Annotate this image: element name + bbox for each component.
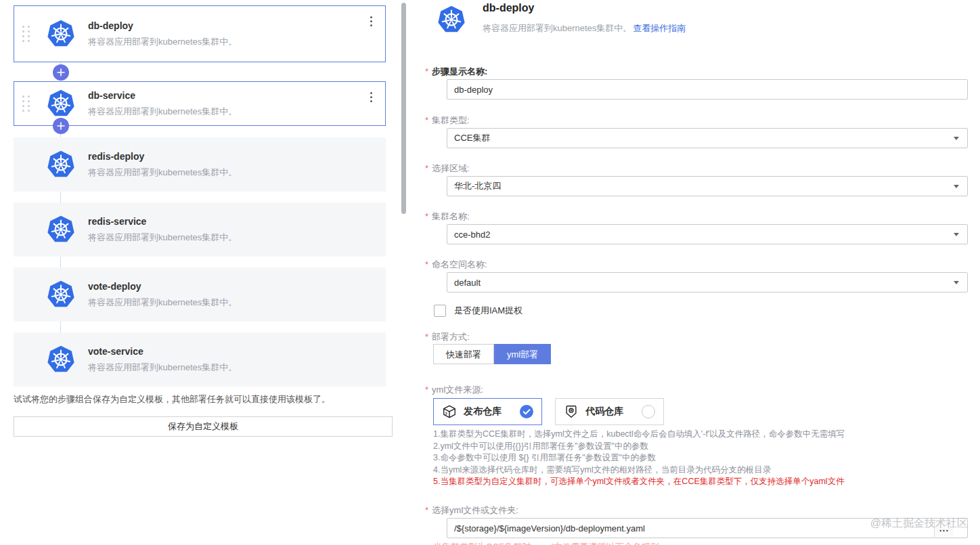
field-label: 步骤显示名称: (432, 66, 487, 77)
plus-icon (57, 68, 65, 77)
chevron-down-icon (954, 233, 959, 236)
chevron-down-icon (954, 281, 959, 284)
field-cluster-type: *集群类型: CCE集群 (425, 114, 960, 127)
source-option-label: 发布仓库 (464, 406, 520, 418)
field-namespace: *命名空间名称: default (425, 258, 960, 271)
field-deploy-mode: *部署方式: (425, 330, 960, 343)
step-config-description-text: 将容器应用部署到kubernetes集群中。 (483, 23, 631, 33)
iam-checkbox-label: 是否使用IAM提权 (454, 305, 522, 317)
step-title: redis-service (88, 216, 237, 227)
add-step-button[interactable] (53, 64, 69, 81)
left-panel-scrollbar[interactable] (401, 3, 406, 214)
pipeline-steps-panel: db-deploy 将容器应用部署到kubernetes集群中。 db-serv… (0, 0, 412, 545)
step-config-panel: db-deploy 将容器应用部署到kubernetes集群中。查看操作指南 *… (411, 0, 980, 545)
deploy-mode-quick-button[interactable]: 快速部署 (433, 344, 494, 364)
radio-unselected-icon[interactable] (642, 405, 655, 418)
step-card-redis-service[interactable]: redis-service 将容器应用部署到kubernetes集群中。 (14, 202, 386, 257)
save-as-template-button[interactable]: 保存为自定义模板 (14, 416, 393, 437)
deploy-mode-toggle: 快速部署 yml部署 (433, 344, 551, 364)
step-config-title: db-deploy (483, 2, 534, 14)
required-marker: * (425, 211, 428, 221)
required-marker: * (425, 66, 428, 77)
selected-check-icon (520, 405, 533, 418)
step-card-vote-deploy[interactable]: vote-deploy 将容器应用部署到kubernetes集群中。 (14, 267, 386, 322)
kebab-menu-icon[interactable] (368, 14, 374, 28)
field-cluster-name: *集群名称: cce-bhd2 (425, 210, 960, 223)
step-card-db-service[interactable]: db-service 将容器应用部署到kubernetes集群中。 (14, 81, 386, 126)
required-marker: * (425, 163, 428, 173)
note-line: 3.命令参数中可以使用 ${} 引用部署任务"参数设置"中的参数 (433, 452, 968, 464)
source-option-label: 代码仓库 (585, 406, 642, 418)
note-line: 4.当yml来源选择代码仓库时，需要填写yml文件的相对路径，当前目录为代码分支… (433, 464, 968, 477)
cluster-type-select[interactable]: CCE集群 (447, 128, 968, 148)
required-marker: * (425, 505, 428, 515)
step-card-redis-deploy[interactable]: redis-deploy 将容器应用部署到kubernetes集群中。 (14, 137, 386, 192)
package-box-icon (442, 404, 457, 419)
cluster-name-select[interactable]: cce-bhd2 (447, 224, 968, 244)
step-name-input[interactable] (447, 79, 968, 100)
field-step-name: *步骤显示名称: (425, 65, 960, 78)
kubernetes-icon (437, 5, 466, 35)
step-connector (60, 322, 61, 332)
kubernetes-icon (46, 19, 76, 49)
drag-handle-icon[interactable] (22, 95, 30, 112)
namespace-select[interactable]: default (447, 272, 968, 292)
step-title: vote-deploy (88, 281, 237, 292)
chevron-down-icon (954, 137, 959, 140)
drag-handle-icon[interactable] (22, 26, 30, 42)
note-line-warning: 5.当集群类型为自定义集群时，可选择单个yml文件或者文件夹，在CCE集群类型下… (433, 476, 968, 488)
step-description: 将容器应用部署到kubernetes集群中。 (88, 167, 237, 179)
kubernetes-icon (46, 280, 76, 309)
kubernetes-icon (46, 215, 76, 244)
plus-icon (57, 122, 65, 130)
selected-value: default (454, 278, 481, 288)
field-region: *选择区域: 华北-北京四 (425, 162, 960, 175)
yml-source-code-repo-card[interactable]: 代码仓库 (555, 398, 664, 425)
iam-checkbox[interactable] (434, 305, 446, 317)
cutoff-note: 当集群类型为CCE集群时，yml文件需要遵循以下命名规则 (433, 541, 659, 545)
field-label: 命名空间名称: (432, 259, 487, 269)
field-yml-path: *选择yml文件或文件夹: (425, 504, 960, 517)
field-label: yml文件来源: (432, 385, 483, 395)
selected-value: 华北-北京四 (454, 180, 501, 192)
watermark-text: @稀土掘金技术社区 (870, 517, 968, 531)
step-card-vote-service[interactable]: vote-service 将容器应用部署到kubernetes集群中。 (14, 332, 386, 387)
step-connector (60, 257, 61, 267)
deploy-mode-yml-button[interactable]: yml部署 (494, 344, 551, 364)
field-label: 集群名称: (432, 211, 470, 221)
step-description: 将容器应用部署到kubernetes集群中。 (88, 232, 237, 244)
selected-value: cce-bhd2 (454, 230, 490, 240)
required-marker: * (425, 115, 428, 125)
yml-source-release-repo-card[interactable]: 发布仓库 (433, 398, 542, 425)
kubernetes-icon (46, 150, 76, 179)
step-config-description: 将容器应用部署到kubernetes集群中。查看操作指南 (483, 22, 686, 35)
step-description: 将容器应用部署到kubernetes集群中。 (88, 362, 237, 374)
step-connector (60, 192, 61, 202)
step-description: 将容器应用部署到kubernetes集群中。 (88, 106, 237, 118)
note-line: 2.yml文件中可以使用{{}}引用部署任务"参数设置"中的参数 (433, 441, 968, 453)
required-marker: * (425, 332, 428, 342)
view-guide-link[interactable]: 查看操作指南 (633, 23, 686, 33)
field-yml-source: *yml文件来源: (425, 383, 960, 396)
iam-checkbox-row[interactable]: 是否使用IAM提权 (434, 305, 522, 317)
region-select[interactable]: 华北-北京四 (447, 176, 968, 196)
step-card-db-deploy[interactable]: db-deploy 将容器应用部署到kubernetes集群中。 (14, 5, 386, 62)
kebab-menu-icon[interactable] (368, 90, 374, 104)
chevron-down-icon (954, 185, 959, 188)
required-marker: * (425, 259, 428, 269)
step-title: db-deploy (88, 20, 237, 31)
add-step-button[interactable] (53, 118, 69, 134)
step-title: redis-deploy (88, 151, 237, 162)
step-title: vote-service (88, 346, 237, 357)
field-label: 选择yml文件或文件夹: (432, 505, 518, 515)
note-line: 1.集群类型为CCE集群时，选择yml文件之后，kubectl命令后会自动填入'… (433, 429, 968, 441)
step-description: 将容器应用部署到kubernetes集群中。 (88, 36, 237, 48)
field-label: 集群类型: (432, 115, 470, 125)
field-label: 选择区域: (432, 163, 470, 173)
yml-source-notes: 1.集群类型为CCE集群时，选择yml文件之后，kubectl命令后会自动填入'… (433, 429, 968, 488)
code-repo-shield-icon (564, 404, 579, 419)
save-template-tip: 试试将您的步骤组合保存为自定义模板，其他部署任务就可以直接使用该模板了。 (14, 393, 393, 406)
field-label: 部署方式: (432, 332, 470, 342)
step-title: db-service (88, 90, 237, 101)
step-description: 将容器应用部署到kubernetes集群中。 (88, 297, 237, 309)
